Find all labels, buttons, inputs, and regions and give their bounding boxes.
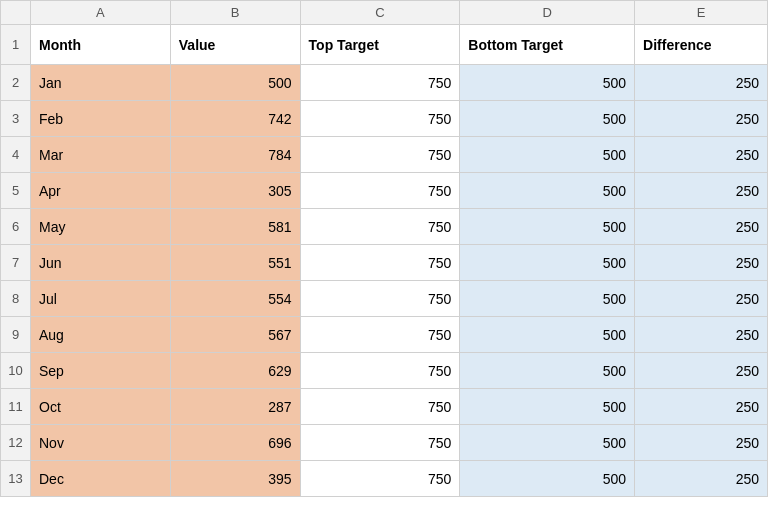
cell-difference[interactable]: 250 bbox=[635, 101, 768, 137]
cell-bottom-target[interactable]: 500 bbox=[460, 173, 635, 209]
table-row: 8Jul554750500250 bbox=[1, 281, 768, 317]
cell-month[interactable]: Jul bbox=[31, 281, 171, 317]
cell-month[interactable]: May bbox=[31, 209, 171, 245]
cell-month[interactable]: Jan bbox=[31, 65, 171, 101]
cell-difference[interactable]: 250 bbox=[635, 389, 768, 425]
cell-value[interactable]: 696 bbox=[170, 425, 300, 461]
cell-difference[interactable]: 250 bbox=[635, 173, 768, 209]
table-row: 12Nov696750500250 bbox=[1, 425, 768, 461]
row-num-6: 6 bbox=[1, 209, 31, 245]
cell-top-target[interactable]: 750 bbox=[300, 101, 460, 137]
header-difference[interactable]: Difference bbox=[635, 25, 768, 65]
cell-difference[interactable]: 250 bbox=[635, 245, 768, 281]
cell-top-target[interactable]: 750 bbox=[300, 137, 460, 173]
cell-month[interactable]: Feb bbox=[31, 101, 171, 137]
cell-difference[interactable]: 250 bbox=[635, 461, 768, 497]
cell-value[interactable]: 581 bbox=[170, 209, 300, 245]
table-row: 10Sep629750500250 bbox=[1, 353, 768, 389]
corner-cell bbox=[1, 1, 31, 25]
cell-month[interactable]: Nov bbox=[31, 425, 171, 461]
col-letter-b[interactable]: B bbox=[170, 1, 300, 25]
cell-month[interactable]: Mar bbox=[31, 137, 171, 173]
cell-month[interactable]: Dec bbox=[31, 461, 171, 497]
cell-top-target[interactable]: 750 bbox=[300, 317, 460, 353]
row-num-13: 13 bbox=[1, 461, 31, 497]
table-row: 11Oct287750500250 bbox=[1, 389, 768, 425]
cell-month[interactable]: Sep bbox=[31, 353, 171, 389]
row-num-7: 7 bbox=[1, 245, 31, 281]
cell-difference[interactable]: 250 bbox=[635, 137, 768, 173]
table-row: 5Apr305750500250 bbox=[1, 173, 768, 209]
row-num-2: 2 bbox=[1, 65, 31, 101]
header-bottom-target[interactable]: Bottom Target bbox=[460, 25, 635, 65]
row-num-5: 5 bbox=[1, 173, 31, 209]
cell-bottom-target[interactable]: 500 bbox=[460, 65, 635, 101]
cell-bottom-target[interactable]: 500 bbox=[460, 281, 635, 317]
cell-month[interactable]: Aug bbox=[31, 317, 171, 353]
cell-month[interactable]: Jun bbox=[31, 245, 171, 281]
cell-top-target[interactable]: 750 bbox=[300, 425, 460, 461]
cell-bottom-target[interactable]: 500 bbox=[460, 317, 635, 353]
cell-bottom-target[interactable]: 500 bbox=[460, 389, 635, 425]
row-num-4: 4 bbox=[1, 137, 31, 173]
table-row: 2Jan500750500250 bbox=[1, 65, 768, 101]
row-num-9: 9 bbox=[1, 317, 31, 353]
cell-bottom-target[interactable]: 500 bbox=[460, 209, 635, 245]
table-row: 9Aug567750500250 bbox=[1, 317, 768, 353]
row-num-1: 1 bbox=[1, 25, 31, 65]
cell-value[interactable]: 629 bbox=[170, 353, 300, 389]
row-num-12: 12 bbox=[1, 425, 31, 461]
cell-value[interactable]: 567 bbox=[170, 317, 300, 353]
cell-bottom-target[interactable]: 500 bbox=[460, 245, 635, 281]
cell-top-target[interactable]: 750 bbox=[300, 245, 460, 281]
cell-top-target[interactable]: 750 bbox=[300, 65, 460, 101]
row-num-3: 3 bbox=[1, 101, 31, 137]
cell-month[interactable]: Apr bbox=[31, 173, 171, 209]
cell-difference[interactable]: 250 bbox=[635, 65, 768, 101]
table-row: 6May581750500250 bbox=[1, 209, 768, 245]
header-value[interactable]: Value bbox=[170, 25, 300, 65]
cell-value[interactable]: 395 bbox=[170, 461, 300, 497]
cell-value[interactable]: 287 bbox=[170, 389, 300, 425]
cell-value[interactable]: 554 bbox=[170, 281, 300, 317]
cell-bottom-target[interactable]: 500 bbox=[460, 461, 635, 497]
cell-difference[interactable]: 250 bbox=[635, 209, 768, 245]
column-letter-row: A B C D E bbox=[1, 1, 768, 25]
table-row: 13Dec395750500250 bbox=[1, 461, 768, 497]
cell-month[interactable]: Oct bbox=[31, 389, 171, 425]
cell-bottom-target[interactable]: 500 bbox=[460, 425, 635, 461]
spreadsheet: A B C D E 1 Month Value Top Target Botto… bbox=[0, 0, 768, 520]
cell-top-target[interactable]: 750 bbox=[300, 461, 460, 497]
cell-bottom-target[interactable]: 500 bbox=[460, 353, 635, 389]
col-letter-c[interactable]: C bbox=[300, 1, 460, 25]
cell-top-target[interactable]: 750 bbox=[300, 281, 460, 317]
cell-top-target[interactable]: 750 bbox=[300, 209, 460, 245]
cell-value[interactable]: 742 bbox=[170, 101, 300, 137]
cell-value[interactable]: 551 bbox=[170, 245, 300, 281]
cell-difference[interactable]: 250 bbox=[635, 281, 768, 317]
cell-top-target[interactable]: 750 bbox=[300, 389, 460, 425]
cell-value[interactable]: 500 bbox=[170, 65, 300, 101]
cell-bottom-target[interactable]: 500 bbox=[460, 101, 635, 137]
cell-difference[interactable]: 250 bbox=[635, 317, 768, 353]
table-row: 7Jun551750500250 bbox=[1, 245, 768, 281]
cell-difference[interactable]: 250 bbox=[635, 425, 768, 461]
cell-difference[interactable]: 250 bbox=[635, 353, 768, 389]
col-letter-e[interactable]: E bbox=[635, 1, 768, 25]
header-month[interactable]: Month bbox=[31, 25, 171, 65]
header-row: 1 Month Value Top Target Bottom Target D… bbox=[1, 25, 768, 65]
cell-bottom-target[interactable]: 500 bbox=[460, 137, 635, 173]
cell-top-target[interactable]: 750 bbox=[300, 173, 460, 209]
col-letter-d[interactable]: D bbox=[460, 1, 635, 25]
table-row: 3Feb742750500250 bbox=[1, 101, 768, 137]
row-num-10: 10 bbox=[1, 353, 31, 389]
cell-value[interactable]: 784 bbox=[170, 137, 300, 173]
header-top-target[interactable]: Top Target bbox=[300, 25, 460, 65]
col-letter-a[interactable]: A bbox=[31, 1, 171, 25]
cell-value[interactable]: 305 bbox=[170, 173, 300, 209]
cell-top-target[interactable]: 750 bbox=[300, 353, 460, 389]
row-num-8: 8 bbox=[1, 281, 31, 317]
row-num-11: 11 bbox=[1, 389, 31, 425]
table-row: 4Mar784750500250 bbox=[1, 137, 768, 173]
